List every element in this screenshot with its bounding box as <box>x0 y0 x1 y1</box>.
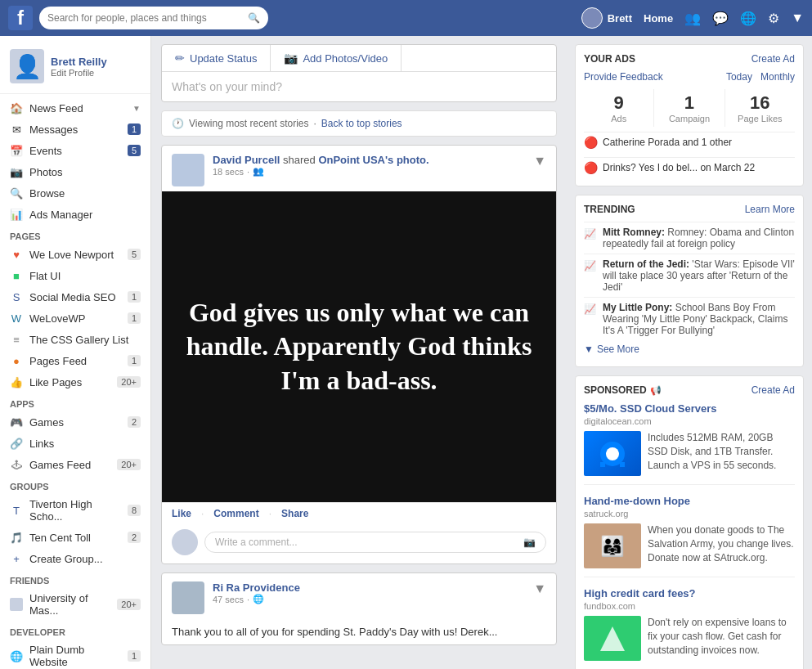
friend-requests-icon[interactable]: 👥 <box>684 11 701 26</box>
notifications-icon[interactable]: 🌐 <box>740 11 756 26</box>
post-avatar-1 <box>172 154 204 186</box>
post-info-2: Ri Ra Providence 47 secs · 🌐 <box>213 581 300 604</box>
post-actions-1: Like · Comment · Share <box>162 502 556 524</box>
post-meta-2: 47 secs · 🌐 <box>213 594 300 604</box>
post-card-1: David Purcell shared OnPoint USA's photo… <box>161 145 557 564</box>
create-ad-link[interactable]: Create Ad <box>751 53 795 65</box>
sidebar-item-pages-feed[interactable]: ● Pages Feed 1 <box>0 350 150 371</box>
update-status-tab[interactable]: ✏ Update Status <box>162 45 271 71</box>
search-bar[interactable]: 🔍 <box>39 7 268 29</box>
edit-profile-link[interactable]: Edit Profile <box>51 68 107 78</box>
sidebar-profile[interactable]: 👤 Brett Reilly Edit Profile <box>0 43 150 94</box>
like-button[interactable]: Like <box>172 508 191 519</box>
back-to-top-link[interactable]: Back to top stories <box>321 118 402 129</box>
sidebar-item-label: The CSS Gallery List <box>29 334 141 346</box>
see-more-link[interactable]: ▼ See More <box>584 340 795 358</box>
notif-2[interactable]: 🔴 Drinks? Yes I do bel... on March 22 <box>584 157 795 177</box>
sidebar-item-label: We Love Newport <box>29 249 121 261</box>
ad-thumb-3 <box>584 616 641 661</box>
sidebar-item-social-media-seo[interactable]: S Social Media SEO 1 <box>0 286 150 308</box>
ad-desc-1: Includes 512MB RAM, 20GB SSD Disk, and 1… <box>648 431 795 476</box>
settings-icon[interactable]: ⚙ <box>768 11 779 26</box>
author-link[interactable]: David Purcell <box>213 154 280 166</box>
sponsored-box: SPONSORED 📢 Create Ad $5/Mo. SSD Cloud S… <box>575 375 804 669</box>
dot-separator-2: · <box>247 595 249 604</box>
post-action: shared <box>283 154 318 166</box>
sidebar-item-ten-cent[interactable]: 🎵 Ten Cent Toll 2 <box>0 527 150 548</box>
ads-stats: 9 Ads 1 Campaign 16 Page Likes <box>584 89 795 127</box>
sponsored-header: SPONSORED 📢 Create Ad <box>584 384 795 396</box>
nav-user[interactable]: Brett <box>581 7 632 29</box>
composer-input[interactable]: What's on your mind? <box>162 72 556 101</box>
sidebar-item-links[interactable]: 🔗 Links <box>0 433 150 454</box>
post-menu-2[interactable]: ▼ <box>533 581 546 596</box>
page-likes-count: 16 <box>725 92 795 114</box>
profile-avatar: 👤 <box>10 49 44 83</box>
sidebar-item-events[interactable]: 📅 Events 5 <box>0 140 150 161</box>
sidebar-item-plain-dumb[interactable]: 🌐 Plain Dumb Website 1 <box>0 640 150 669</box>
flat-ui-icon: ■ <box>10 269 23 282</box>
campaign-label: Campaign <box>654 114 724 123</box>
ad-url-3: fundbox.com <box>584 601 795 611</box>
nav-home-link[interactable]: Home <box>644 12 673 25</box>
page-badge: 20+ <box>117 376 141 388</box>
sidebar-item-browse[interactable]: 🔍 Browse <box>0 182 150 204</box>
clock-icon: 🕐 <box>172 118 184 129</box>
learn-more-link[interactable]: Learn More <box>745 204 795 215</box>
post-menu-1[interactable]: ▼ <box>533 154 546 168</box>
sidebar-item-ads-manager[interactable]: 📊 Ads Manager <box>0 204 150 225</box>
sidebar-item-messages[interactable]: ✉ Messages 1 <box>0 119 150 140</box>
ads-stat-page-likes: 16 Page Likes <box>725 89 795 127</box>
sidebar-item-like-pages[interactable]: 👍 Like Pages 20+ <box>0 371 150 393</box>
comment-button[interactable]: Comment <box>213 508 258 519</box>
sidebar-item-news-feed[interactable]: 🏠 News Feed ▼ <box>0 97 150 119</box>
browse-icon: 🔍 <box>10 186 23 200</box>
sidebar-item-we-love-newport[interactable]: ♥ We Love Newport 5 <box>0 244 150 265</box>
post-meta-1: 18 secs · 👥 <box>213 166 429 177</box>
composer-box: ✏ Update Status 📷 Add Photos/Video What'… <box>161 44 557 102</box>
sidebar-item-welovewp[interactable]: W WeLoveWP 1 <box>0 308 150 329</box>
ad-title-3[interactable]: High credit card fees? <box>584 587 795 599</box>
ad-title-2[interactable]: Hand-me-down Hope <box>584 495 795 507</box>
sidebar-item-photos[interactable]: 📷 Photos <box>0 161 150 182</box>
sidebar-item-create-group[interactable]: + Create Group... <box>0 548 150 569</box>
sponsored-title: SPONSORED 📢 <box>584 384 662 396</box>
provide-feedback-link[interactable]: Provide Feedback <box>584 71 663 83</box>
comment-input[interactable]: Write a comment... 📷 <box>204 532 546 553</box>
monthly-tab[interactable]: Monthly <box>760 71 795 83</box>
post-card-2: Ri Ra Providence 47 secs · 🌐 ▼ Thank you… <box>161 572 557 645</box>
nav-avatar <box>581 7 603 29</box>
comment-placeholder: Write a comment... <box>215 537 297 548</box>
games-icon: 🎮 <box>10 415 23 429</box>
sidebar-item-tiverton[interactable]: T Tiverton High Scho... 8 <box>0 494 150 527</box>
page-badge: 1 <box>128 355 141 366</box>
ad-title-1[interactable]: $5/Mo. SSD Cloud Servers <box>584 402 795 415</box>
author-link-2[interactable]: Ri Ra Providence <box>213 581 300 594</box>
sidebar-item-label: Events <box>29 145 121 157</box>
trending-item-1[interactable]: 📈 Mitt Romney: Romney: Obama and Clinton… <box>584 222 795 254</box>
sidebar-item-games[interactable]: 🎮 Games 2 <box>0 411 150 433</box>
trend-arrow-2: 📈 <box>584 260 596 293</box>
trending-item-3[interactable]: 📈 My Little Pony: School Bans Boy From W… <box>584 297 795 340</box>
sponsored-create-ad[interactable]: Create Ad <box>751 384 795 396</box>
svg-rect-2 <box>600 462 605 467</box>
notif-1[interactable]: 🔴 Catherine Porada and 1 other <box>584 132 795 152</box>
trend-arrow-1: 📈 <box>584 228 596 249</box>
sidebar-item-games-feed[interactable]: 🕹 Games Feed 20+ <box>0 454 150 475</box>
sidebar-item-label: Browse <box>29 187 141 200</box>
separator: · <box>314 118 316 129</box>
tiverton-icon: T <box>10 504 23 517</box>
post-page-link[interactable]: OnPoint USA's photo. <box>318 154 428 166</box>
search-input[interactable] <box>47 12 248 24</box>
share-button[interactable]: Share <box>281 508 308 519</box>
main-feed: ✏ Update Status 📷 Add Photos/Video What'… <box>151 36 567 669</box>
facebook-logo: f <box>8 6 33 30</box>
sidebar-item-univ-mas[interactable]: University of Mas... 20+ <box>0 588 150 621</box>
dropdown-icon[interactable]: ▼ <box>791 11 804 25</box>
sidebar-item-css-gallery[interactable]: ≡ The CSS Gallery List <box>0 329 150 350</box>
messages-icon[interactable]: 💬 <box>712 11 729 26</box>
add-photos-tab[interactable]: 📷 Add Photos/Video <box>271 45 402 71</box>
today-tab[interactable]: Today <box>726 71 752 83</box>
sidebar-item-flat-ui[interactable]: ■ Flat UI <box>0 265 150 286</box>
trending-item-2[interactable]: 📈 Return of the Jedi: 'Star Wars: Episod… <box>584 254 795 297</box>
